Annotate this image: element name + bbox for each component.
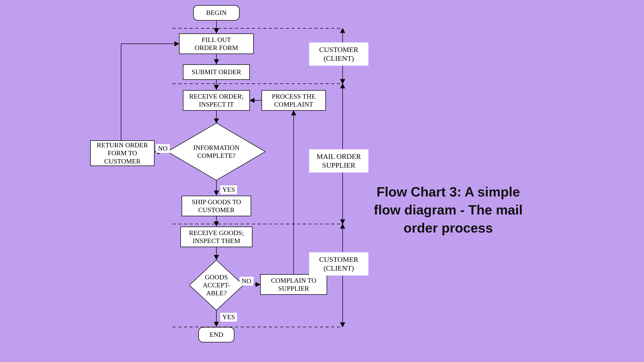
terminal-begin: BEGIN (193, 5, 240, 21)
branch-label-yes: YES (220, 313, 237, 322)
decision-text: GOODS ACCEPT- ABLE? (189, 260, 243, 310)
terminal-end: END (198, 327, 234, 342)
diagram-title: Flow Chart 3: A simple flow diagram - Th… (374, 183, 523, 237)
process-submit-order: SUBMIT ORDER (183, 64, 250, 80)
process-receive-goods: RECEIVE GOODS; INSPECT THEM (180, 227, 252, 247)
swimlane-label-customer-bottom: CUSTOMER (CLIENT) (309, 252, 368, 275)
decision-text: INFORMATION COMPLETE? (167, 123, 265, 180)
process-complain-to-supplier: COMPLAIN TO SUPPLIER (260, 274, 327, 295)
process-return-order-form: RETURN ORDER FORM TO CUSTOMER (90, 140, 155, 166)
branch-label-no: NO (156, 144, 170, 153)
process-process-complaint: PROCESS THE COMPLAINT (261, 90, 326, 111)
decision-information-complete: INFORMATION COMPLETE? (167, 123, 265, 180)
swimlane-label-supplier: MAIL ORDER SUPPLIER (309, 149, 368, 173)
process-receive-order: RECEIVE ORDER; INSPECT IT (183, 90, 250, 111)
process-ship-goods: SHIP GOODS TO CUSTOMER (182, 196, 251, 216)
branch-label-yes: YES (220, 185, 237, 194)
swimlane-label-customer-top: CUSTOMER (CLIENT) (309, 42, 368, 66)
process-fill-out-order: FILL OUT ORDER FORM (179, 33, 254, 54)
branch-label-no: NO (240, 277, 253, 286)
decision-goods-acceptable: GOODS ACCEPT- ABLE? (189, 260, 243, 310)
